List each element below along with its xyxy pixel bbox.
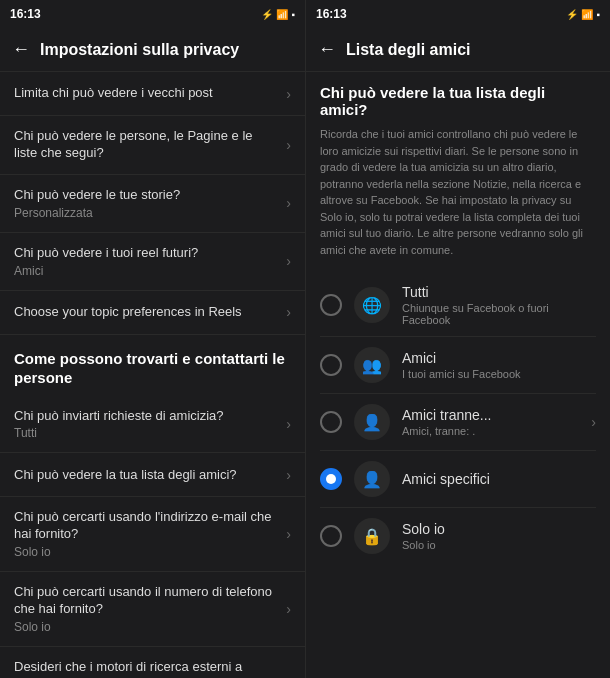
radio-amici[interactable] <box>320 354 342 376</box>
item-title-storie: Chi può vedere le tue storie? <box>14 187 278 204</box>
status-icons-left: ⚡ 📶 ▪ <box>261 9 295 20</box>
radio-solo-io[interactable] <box>320 525 342 547</box>
option-amici-specifici[interactable]: 👤 Amici specifici <box>320 451 596 508</box>
chevron-icon: › <box>286 467 291 483</box>
chevron-icon: › <box>286 601 291 617</box>
chevron-icon: › <box>286 86 291 102</box>
list-item-vecchi-post[interactable]: Limita chi può vedere i vecchi post › <box>0 72 305 116</box>
section-title-contact: Come possono trovarti e contattarti le p… <box>14 349 291 388</box>
chevron-icon: › <box>286 416 291 432</box>
back-button-left[interactable]: ← <box>12 39 30 60</box>
option-tutti-sublabel: Chiunque su Facebook o fuori Facebook <box>402 302 596 326</box>
lock-icon: 🔒 <box>354 518 390 554</box>
option-amici[interactable]: 👥 Amici I tuoi amici su Facebook <box>320 337 596 394</box>
wifi-icon-right: 📶 <box>581 9 593 20</box>
page-title-left: Impostazioni sulla privacy <box>40 41 239 59</box>
battery-icon-left: ▪ <box>291 9 295 20</box>
item-subtitle-reel: Amici <box>14 264 278 278</box>
question-desc: Ricorda che i tuoi amici controllano chi… <box>320 126 596 258</box>
radio-tutti[interactable] <box>320 294 342 316</box>
chevron-icon: › <box>286 526 291 542</box>
option-tutti-label: Tutti <box>402 284 596 300</box>
status-icons-right: ⚡ 📶 ▪ <box>566 9 600 20</box>
list-item-lista-amici[interactable]: Chi può vedere la tua lista degli amici?… <box>0 453 305 497</box>
right-panel: 16:13 ⚡ 📶 ▪ ← Lista degli amici Chi può … <box>305 0 610 678</box>
item-subtitle-email: Solo io <box>14 545 278 559</box>
globe-icon: 🌐 <box>354 287 390 323</box>
chevron-icon: › <box>286 137 291 153</box>
signal-icon-left: ⚡ <box>261 9 273 20</box>
option-amici-specifici-label: Amici specifici <box>402 471 596 487</box>
item-subtitle-telefono: Solo io <box>14 620 278 634</box>
status-bar-left: 16:13 ⚡ 📶 ▪ <box>0 0 305 28</box>
battery-icon-right: ▪ <box>596 9 600 20</box>
option-amici-tranne-label: Amici tranne... <box>402 407 579 423</box>
right-content: Chi può vedere la tua lista degli amici?… <box>306 72 610 678</box>
section-header-contact: Come possono trovarti e contattarti le p… <box>0 335 305 396</box>
question-title: Chi può vedere la tua lista degli amici? <box>320 84 596 118</box>
radio-amici-tranne[interactable] <box>320 411 342 433</box>
option-amici-sublabel: I tuoi amici su Facebook <box>402 368 596 380</box>
person-check-icon: 👤 <box>354 461 390 497</box>
item-title-motori: Desideri che i motori di ricerca esterni… <box>14 659 278 678</box>
back-button-right[interactable]: ← <box>318 39 336 60</box>
item-title-amicizia: Chi può inviarti richieste di amicizia? <box>14 408 278 425</box>
item-title-topic-reels: Choose your topic preferences in Reels <box>14 304 278 321</box>
wifi-icon-left: 📶 <box>276 9 288 20</box>
chevron-icon: › <box>286 304 291 320</box>
list-item-persone-pagine[interactable]: Chi può vedere le persone, le Pagine e l… <box>0 116 305 175</box>
item-title-persone-pagine: Chi può vedere le persone, le Pagine e l… <box>14 128 278 162</box>
item-title-reel: Chi può vedere i tuoi reel futuri? <box>14 245 278 262</box>
page-title-right: Lista degli amici <box>346 41 470 59</box>
item-subtitle-storie: Personalizzata <box>14 206 278 220</box>
option-tutti[interactable]: 🌐 Tutti Chiunque su Facebook o fuori Fac… <box>320 274 596 337</box>
left-panel: 16:13 ⚡ 📶 ▪ ← Impostazioni sulla privacy… <box>0 0 305 678</box>
item-title-vecchi-post: Limita chi può vedere i vecchi post <box>14 85 278 102</box>
option-solo-io[interactable]: 🔒 Solo io Solo io <box>320 508 596 564</box>
list-item-email[interactable]: Chi può cercarti usando l'indirizzo e-ma… <box>0 497 305 572</box>
friends-icon: 👥 <box>354 347 390 383</box>
item-subtitle-amicizia: Tutti <box>14 426 278 440</box>
radio-amici-specifici[interactable] <box>320 468 342 490</box>
item-title-telefono: Chi può cercarti usando il numero di tel… <box>14 584 278 618</box>
option-solo-io-label: Solo io <box>402 521 596 537</box>
status-time-left: 16:13 <box>10 7 41 21</box>
chevron-icon: › <box>286 195 291 211</box>
list-item-topic-reels[interactable]: Choose your topic preferences in Reels › <box>0 291 305 335</box>
list-item-storie[interactable]: Chi può vedere le tue storie? Personaliz… <box>0 175 305 233</box>
header-right: ← Lista degli amici <box>306 28 610 72</box>
list-item-reel[interactable]: Chi può vedere i tuoi reel futuri? Amici… <box>0 233 305 291</box>
person-minus-icon: 👤 <box>354 404 390 440</box>
option-amici-tranne[interactable]: 👤 Amici tranne... Amici, tranne: . › <box>320 394 596 451</box>
list-item-amicizia[interactable]: Chi può inviarti richieste di amicizia? … <box>0 396 305 454</box>
option-amici-label: Amici <box>402 350 596 366</box>
status-time-right: 16:13 <box>316 7 347 21</box>
signal-icon-right: ⚡ <box>566 9 578 20</box>
list-item-telefono[interactable]: Chi può cercarti usando il numero di tel… <box>0 572 305 647</box>
item-title-email: Chi può cercarti usando l'indirizzo e-ma… <box>14 509 278 543</box>
option-amici-tranne-sublabel: Amici, tranne: . <box>402 425 579 437</box>
left-list: Limita chi può vedere i vecchi post › Ch… <box>0 72 305 678</box>
list-item-motori[interactable]: Desideri che i motori di ricerca esterni… <box>0 647 305 678</box>
option-solo-io-sublabel: Solo io <box>402 539 596 551</box>
item-title-lista-amici: Chi può vedere la tua lista degli amici? <box>14 467 278 484</box>
header-left: ← Impostazioni sulla privacy <box>0 28 305 72</box>
chevron-icon: › <box>286 253 291 269</box>
status-bar-right: 16:13 ⚡ 📶 ▪ <box>306 0 610 28</box>
chevron-amici-tranne: › <box>591 414 596 430</box>
